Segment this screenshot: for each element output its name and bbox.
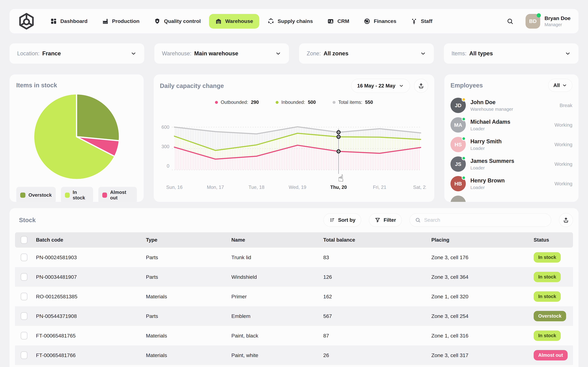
- cell-type: Materials: [146, 294, 231, 300]
- filter-icon: [375, 217, 380, 223]
- chevron-down-icon: [420, 50, 426, 57]
- nav-item-warehouse[interactable]: Warehouse: [209, 14, 259, 29]
- cell-name: Paint, white: [231, 352, 323, 358]
- legend-swatch: [65, 192, 70, 198]
- table-body: PN-00024581903 Parts Trunk lid 83 Zone 3…: [15, 248, 573, 365]
- cell-type: Parts: [146, 274, 231, 280]
- nav-item-staff[interactable]: Staff: [405, 14, 439, 29]
- warehouse-dashboard: DashboardProductionQuality controlWareho…: [0, 0, 588, 367]
- status-dot: [462, 117, 466, 121]
- daily-capacity-line-chart[interactable]: ☝6003000Sun, 16Mon, 17Tue, 18Wed, 19Thu,…: [160, 122, 426, 193]
- dashboard-icon: [50, 18, 57, 25]
- pie-slice-overstock[interactable]: [77, 94, 120, 141]
- app-logo[interactable]: [17, 12, 35, 31]
- nav-item-finances[interactable]: Finances: [358, 14, 402, 29]
- row-checkbox[interactable]: [21, 312, 27, 320]
- user-role: Manager: [545, 22, 571, 27]
- employee-role: Loader: [470, 165, 514, 170]
- employee-row-michael-adams[interactable]: MA Michael Adams Loader Working: [450, 115, 572, 135]
- employee-status: Working: [554, 122, 572, 128]
- table-row-PN-00034481907[interactable]: PN-00034481907 Parts Windshield 126 Zone…: [15, 267, 573, 287]
- nav-item-production[interactable]: Production: [96, 14, 146, 29]
- legend-in-stock: In stock: [61, 187, 93, 202]
- table-row-PN-00544371908[interactable]: PN-00544371908 Parts Emblem 567 Zone 3, …: [15, 306, 573, 326]
- row-checkbox[interactable]: [21, 332, 27, 340]
- date-range-select[interactable]: 16 May - 22 May: [351, 79, 410, 93]
- status-dot: [462, 97, 466, 101]
- table-row-PN-00024581903[interactable]: PN-00024581903 Parts Trunk lid 83 Zone 3…: [15, 248, 573, 267]
- column-header-status[interactable]: Status: [534, 237, 573, 243]
- nav-right: BD Bryan Doe Manager: [507, 14, 571, 29]
- table-row-RO-00126581385[interactable]: RO-00126581385 Materials Primer 162 Zone…: [15, 287, 573, 306]
- legend-dot: [333, 101, 336, 104]
- avatar: HS: [450, 137, 466, 152]
- row-checkbox[interactable]: [21, 254, 27, 261]
- chevron-down-icon: [562, 83, 567, 88]
- select-all-checkbox[interactable]: [21, 236, 27, 244]
- filter-button[interactable]: Filter: [369, 213, 402, 227]
- filter-warehouse[interactable]: Warehouse: Main warehouse: [154, 43, 289, 64]
- employee-role: Loader: [470, 185, 505, 190]
- avatar: BD: [526, 14, 540, 29]
- row-checkbox[interactable]: [21, 351, 27, 359]
- filter-location[interactable]: Location: France: [9, 43, 144, 64]
- cell-batch-code: PN-00024581903: [36, 254, 146, 260]
- column-header-total-balance[interactable]: Total balance: [323, 237, 431, 243]
- cell-type: Parts: [146, 254, 231, 260]
- filter-items[interactable]: Items: All types: [444, 43, 579, 64]
- chevron-down-icon: [130, 50, 137, 57]
- legend-dot: [276, 101, 278, 104]
- table-row-FT-00065481766[interactable]: FT-00065481766 Materials Paint, white 26…: [15, 345, 573, 365]
- quality-control-icon: [154, 18, 161, 25]
- items-in-stock-pie-chart[interactable]: [31, 91, 122, 182]
- avatar: JD: [450, 98, 466, 113]
- user-menu[interactable]: BD Bryan Doe Manager: [526, 14, 571, 29]
- svg-text:300: 300: [161, 144, 169, 149]
- widgets-row: Items in stock OverstockIn stockAlmost o…: [9, 75, 579, 202]
- row-checkbox[interactable]: [21, 293, 27, 300]
- svg-text:Wed, 19: Wed, 19: [289, 184, 306, 190]
- column-header-name[interactable]: Name: [231, 237, 323, 243]
- status-badge: In stock: [534, 252, 561, 263]
- sort-by-button[interactable]: Sort by: [323, 213, 361, 227]
- nav-item-crm[interactable]: CRM: [321, 14, 355, 29]
- column-header-type[interactable]: Type: [146, 237, 231, 243]
- cell-type: Parts: [146, 313, 231, 319]
- items-in-stock-card: Items in stock OverstockIn stockAlmost o…: [9, 75, 144, 202]
- employee-row-henry-brown[interactable]: HB Henry Brown Loader Working: [450, 174, 572, 193]
- nav-item-dashboard[interactable]: Dashboard: [44, 14, 94, 29]
- search-icon[interactable]: [507, 18, 514, 25]
- status-badge: Almost out: [534, 350, 568, 360]
- employees-filter-select[interactable]: All: [548, 79, 572, 92]
- employee-row-harry-smith[interactable]: HS Harry Smith Loader Working: [450, 135, 572, 154]
- cell-placing: Zone 3, cell 254: [431, 313, 534, 319]
- export-table-button[interactable]: [559, 213, 573, 227]
- filter-zone[interactable]: Zone: All zones: [299, 43, 434, 64]
- employee-role: Loader: [470, 146, 502, 151]
- staff-icon: [411, 18, 417, 25]
- employee-status: Working: [554, 181, 572, 187]
- cell-total-balance: 162: [323, 294, 431, 300]
- column-header-batch-code[interactable]: Batch code: [36, 237, 146, 243]
- cell-type: Materials: [146, 333, 231, 339]
- employee-row-partial: [450, 193, 572, 202]
- table-header: Batch codeTypeNameTotal balancePlacingSt…: [15, 232, 573, 248]
- cell-name: Paint, black: [231, 333, 323, 339]
- cell-batch-code: FT-00065481766: [36, 352, 146, 358]
- nav-item-quality-control[interactable]: Quality control: [148, 14, 207, 29]
- table-row-FT-00065481765[interactable]: FT-00065481765 Materials Paint, black 87…: [15, 326, 573, 345]
- svg-text:Sat, 22: Sat, 22: [413, 184, 426, 190]
- export-chart-button[interactable]: [414, 79, 428, 93]
- svg-text:Fri, 21: Fri, 21: [373, 184, 386, 190]
- employee-role: Loader: [470, 126, 510, 131]
- nav-item-supply-chains[interactable]: Supply chains: [261, 14, 319, 29]
- column-header-placing[interactable]: Placing: [431, 237, 534, 243]
- sort-icon: [329, 217, 335, 223]
- row-checkbox[interactable]: [21, 273, 27, 281]
- search-input[interactable]: [424, 217, 546, 223]
- user-name: Bryan Doe: [545, 15, 571, 21]
- employee-status: Working: [554, 161, 572, 167]
- legend-swatch: [20, 192, 26, 198]
- employee-row-james-summers[interactable]: JS James Summers Loader Working: [450, 154, 572, 174]
- employee-row-john-doe[interactable]: JD John Doe Warehouse manager Break: [450, 96, 572, 115]
